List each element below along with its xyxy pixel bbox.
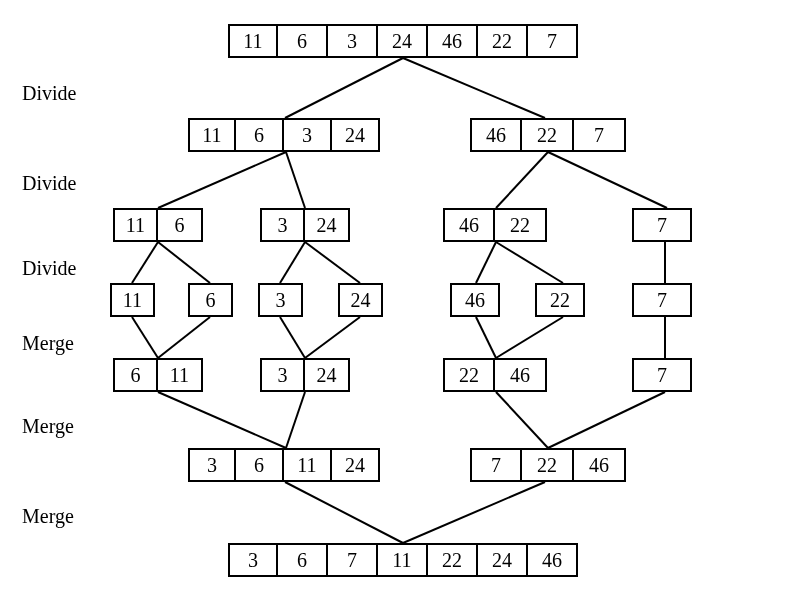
array-level-4-b: 3 24 — [260, 358, 350, 392]
cell: 24 — [378, 24, 428, 58]
cell: 7 — [470, 448, 522, 482]
cell: 22 — [522, 448, 574, 482]
cell: 24 — [305, 208, 350, 242]
cell: 11 — [284, 448, 332, 482]
cell: 3 — [228, 543, 278, 577]
cell: 11 — [188, 118, 236, 152]
cell: 3 — [258, 283, 303, 317]
cell: 7 — [632, 208, 692, 242]
svg-line-4 — [496, 152, 548, 208]
cell: 7 — [328, 543, 378, 577]
step-label-divide-1: Divide — [22, 82, 76, 105]
array-level-4-d: 7 — [632, 358, 692, 392]
array-level-4-a: 6 11 — [113, 358, 203, 392]
svg-line-21 — [286, 392, 305, 448]
cell: 3 — [188, 448, 236, 482]
svg-line-24 — [285, 482, 403, 543]
cell: 3 — [260, 358, 305, 392]
cell: 11 — [113, 208, 158, 242]
svg-line-23 — [548, 392, 665, 448]
array-level-2-c: 46 22 — [443, 208, 547, 242]
svg-line-16 — [305, 317, 360, 358]
cell: 11 — [228, 24, 278, 58]
cell: 22 — [428, 543, 478, 577]
cell: 22 — [535, 283, 585, 317]
svg-line-25 — [403, 482, 545, 543]
cell: 24 — [332, 118, 380, 152]
svg-line-8 — [280, 242, 305, 283]
array-level-5-left: 3 6 11 24 — [188, 448, 380, 482]
cell: 24 — [338, 283, 383, 317]
svg-line-15 — [280, 317, 305, 358]
cell: 6 — [158, 208, 203, 242]
svg-line-13 — [132, 317, 158, 358]
array-level-3-e: 46 — [450, 283, 500, 317]
cell: 46 — [428, 24, 478, 58]
cell: 3 — [328, 24, 378, 58]
cell: 3 — [284, 118, 332, 152]
svg-line-7 — [158, 242, 210, 283]
cell: 46 — [443, 208, 495, 242]
step-label-merge-1: Merge — [22, 332, 74, 355]
cell: 7 — [528, 24, 578, 58]
cell: 24 — [305, 358, 350, 392]
svg-line-3 — [286, 152, 305, 208]
cell: 11 — [158, 358, 203, 392]
cell: 24 — [332, 448, 380, 482]
cell: 3 — [260, 208, 305, 242]
svg-line-9 — [305, 242, 360, 283]
cell: 6 — [278, 543, 328, 577]
array-level-2-b: 3 24 — [260, 208, 350, 242]
array-level-2-d: 7 — [632, 208, 692, 242]
step-label-divide-3: Divide — [22, 257, 76, 280]
array-level-3-c: 3 — [258, 283, 303, 317]
svg-line-14 — [158, 317, 210, 358]
cell: 6 — [236, 118, 284, 152]
cell: 6 — [113, 358, 158, 392]
cell: 46 — [450, 283, 500, 317]
cell: 6 — [188, 283, 233, 317]
array-level-1-left: 11 6 3 24 — [188, 118, 380, 152]
cell: 11 — [110, 283, 155, 317]
array-level-3-d: 24 — [338, 283, 383, 317]
svg-line-0 — [285, 58, 403, 118]
cell: 11 — [378, 543, 428, 577]
cell: 7 — [632, 283, 692, 317]
svg-line-20 — [158, 392, 286, 448]
array-level-2-a: 11 6 — [113, 208, 203, 242]
svg-line-2 — [158, 152, 286, 208]
svg-line-6 — [132, 242, 158, 283]
cell: 22 — [443, 358, 495, 392]
svg-line-22 — [496, 392, 548, 448]
array-level-5-right: 7 22 46 — [470, 448, 626, 482]
svg-line-5 — [548, 152, 667, 208]
array-level-3-f: 22 — [535, 283, 585, 317]
svg-line-18 — [496, 317, 563, 358]
svg-line-10 — [476, 242, 496, 283]
svg-line-17 — [476, 317, 496, 358]
array-level-3-a: 11 — [110, 283, 155, 317]
step-label-divide-2: Divide — [22, 172, 76, 195]
cell: 7 — [574, 118, 626, 152]
cell: 46 — [528, 543, 578, 577]
cell: 7 — [632, 358, 692, 392]
cell: 22 — [478, 24, 528, 58]
svg-line-1 — [403, 58, 545, 118]
step-label-merge-2: Merge — [22, 415, 74, 438]
array-level-3-b: 6 — [188, 283, 233, 317]
svg-line-11 — [496, 242, 563, 283]
cell: 46 — [495, 358, 547, 392]
cell: 46 — [470, 118, 522, 152]
cell: 6 — [278, 24, 328, 58]
array-level-1-right: 46 22 7 — [470, 118, 626, 152]
merge-sort-diagram: { "labels": { "l0": "Divide", "l1": "Div… — [0, 0, 799, 609]
cell: 22 — [495, 208, 547, 242]
cell: 24 — [478, 543, 528, 577]
array-level-4-c: 22 46 — [443, 358, 547, 392]
step-label-merge-3: Merge — [22, 505, 74, 528]
cell: 22 — [522, 118, 574, 152]
cell: 6 — [236, 448, 284, 482]
array-level-6: 3 6 7 11 22 24 46 — [228, 543, 578, 577]
array-level-3-g: 7 — [632, 283, 692, 317]
cell: 46 — [574, 448, 626, 482]
